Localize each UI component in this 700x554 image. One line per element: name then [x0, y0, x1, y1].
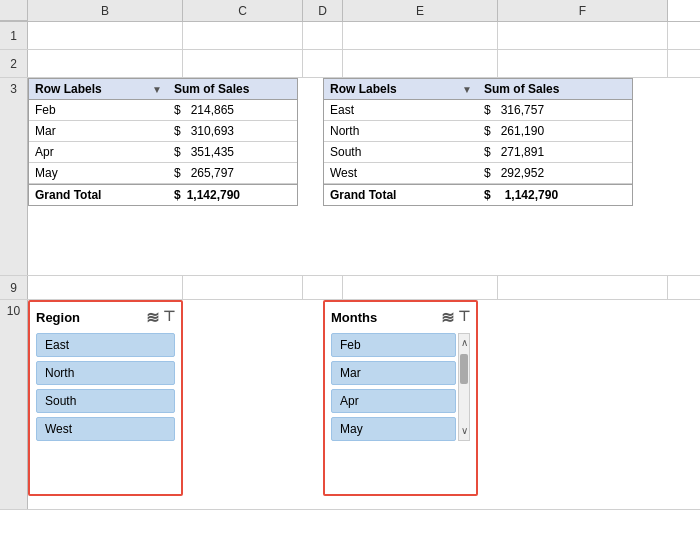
filter-list-icon[interactable]: ≋	[146, 308, 159, 327]
cell-d9	[303, 276, 343, 299]
slicer-months-item-2[interactable]: Apr	[331, 389, 456, 413]
pivot1-total-value: $ 1,142,790	[168, 185, 297, 205]
funnel-icon[interactable]: ⊤	[163, 308, 175, 327]
cell-f1	[498, 22, 668, 49]
slicer-region-icons: ≋ ⊤	[146, 308, 175, 327]
pivot1-label-2: Apr	[29, 142, 168, 162]
slicer-months-item-1[interactable]: Mar	[331, 361, 456, 385]
slicer-months-container: Months ≋ ⊤ Feb Mar Apr May ∧	[323, 300, 478, 496]
cell-c1	[183, 22, 303, 49]
pivot2-value-2: $ 271,891	[478, 142, 632, 162]
row-header-span: 3	[0, 78, 28, 275]
pivot1-label-3: May	[29, 163, 168, 183]
pivot-table-1: Row Labels ▼ Sum of Sales Feb $ 214,865 …	[28, 78, 298, 206]
pivot1-label-1: Mar	[29, 121, 168, 141]
pivot2-row-0: East $ 316,757	[324, 100, 632, 121]
slicer-region-item-3[interactable]: West	[36, 417, 175, 441]
cell-f9	[498, 276, 668, 299]
cell-b2	[28, 50, 183, 77]
row-header-9: 9	[0, 276, 28, 299]
cell-d2	[303, 50, 343, 77]
col-header-f: F	[498, 0, 668, 21]
scroll-thumb[interactable]	[460, 354, 468, 384]
pivot1-row-3: May $ 265,797	[29, 163, 297, 184]
col-header-b: B	[28, 0, 183, 21]
pivot2-label-3: West	[324, 163, 478, 183]
col-header-c: C	[183, 0, 303, 21]
pivot1-row-2: Apr $ 351,435	[29, 142, 297, 163]
slicer-months-header: Months ≋ ⊤	[331, 308, 470, 327]
pivot1-header-label[interactable]: Row Labels ▼	[29, 79, 168, 99]
row-header-2: 2	[0, 50, 28, 77]
cell-e2	[343, 50, 498, 77]
cell-b1	[28, 22, 183, 49]
row-9: 9	[0, 276, 700, 300]
scroll-down-arrow[interactable]: ∨	[461, 424, 468, 438]
pivot2-header-sales: Sum of Sales	[478, 79, 632, 99]
corner-cell	[0, 0, 28, 21]
pivot1-header-sales: Sum of Sales	[168, 79, 297, 99]
slicer-months-title: Months	[331, 310, 377, 325]
pivot-table-2: Row Labels ▼ Sum of Sales East $ 316,757…	[323, 78, 633, 206]
pivot2-row-3: West $ 292,952	[324, 163, 632, 184]
slicer-region-title: Region	[36, 310, 80, 325]
slicer-months-items: Feb Mar Apr May	[331, 333, 456, 441]
slicer-region-items: East North South West	[36, 333, 175, 441]
row-1: 1	[0, 22, 700, 50]
cell-c9	[183, 276, 303, 299]
cell-c2	[183, 50, 303, 77]
pivot2-label-2: South	[324, 142, 478, 162]
pivot1-container: Row Labels ▼ Sum of Sales Feb $ 214,865 …	[28, 78, 183, 206]
pivot1-row-1: Mar $ 310,693	[29, 121, 297, 142]
pivot2-row-2: South $ 271,891	[324, 142, 632, 163]
cell-e9	[343, 276, 498, 299]
slicer-region-item-0[interactable]: East	[36, 333, 175, 357]
pivot1-total-label: Grand Total	[29, 185, 168, 205]
pivot2-value-0: $ 316,757	[478, 100, 632, 120]
slicer-region-container: Region ≋ ⊤ East North South West	[28, 300, 183, 496]
cell-d1	[303, 22, 343, 49]
pivot1-value-2: $ 351,435	[168, 142, 297, 162]
rows-10-15-slicers: 10 Region ≋ ⊤ East North South West	[0, 300, 700, 510]
slicer-region-header: Region ≋ ⊤	[36, 308, 175, 327]
pivot2-label-1: North	[324, 121, 478, 141]
spreadsheet: B C D E F 1 2 3 Row Labels ▼	[0, 0, 700, 554]
slicer-region-item-1[interactable]: North	[36, 361, 175, 385]
pivot2-value-3: $ 292,952	[478, 163, 632, 183]
pivot1-value-0: $ 214,865	[168, 100, 297, 120]
slicer-months-icons: ≋ ⊤	[441, 308, 470, 327]
slicer-months-item-3[interactable]: May	[331, 417, 456, 441]
pivot2-header: Row Labels ▼ Sum of Sales	[324, 79, 632, 100]
slicer-months-item-0[interactable]: Feb	[331, 333, 456, 357]
pivot2-total-value: $ 1,142,790	[478, 185, 632, 205]
pivot1-header: Row Labels ▼ Sum of Sales	[29, 79, 297, 100]
pivot1-total: Grand Total $ 1,142,790	[29, 184, 297, 205]
col-header-e: E	[343, 0, 498, 21]
col-header-d: D	[303, 0, 343, 21]
scroll-up-arrow[interactable]: ∧	[461, 336, 468, 350]
slicer-scrollbar[interactable]: ∧ ∨	[458, 333, 470, 441]
cell-f2	[498, 50, 668, 77]
pivot2-container: Row Labels ▼ Sum of Sales East $ 316,757…	[323, 78, 478, 206]
column-headers: B C D E F	[0, 0, 700, 22]
slicer-region: Region ≋ ⊤ East North South West	[28, 300, 183, 496]
cell-e1	[343, 22, 498, 49]
row-header-10: 10	[0, 300, 28, 509]
pivot1-row-0: Feb $ 214,865	[29, 100, 297, 121]
pivot2-label-0: East	[324, 100, 478, 120]
rows-3-8-pivot: 3 Row Labels ▼ Sum of Sales Feb $ 214,86…	[0, 78, 700, 276]
slicer-months: Months ≋ ⊤ Feb Mar Apr May ∧	[323, 300, 478, 496]
cell-b9	[28, 276, 183, 299]
pivot1-label-0: Feb	[29, 100, 168, 120]
pivot2-total-label: Grand Total	[324, 185, 478, 205]
pivot1-value-3: $ 265,797	[168, 163, 297, 183]
slicer-months-content: Feb Mar Apr May ∧ ∨	[331, 333, 470, 441]
row-header-1: 1	[0, 22, 28, 49]
pivot2-total: Grand Total $ 1,142,790	[324, 184, 632, 205]
slicer-region-item-2[interactable]: South	[36, 389, 175, 413]
months-funnel-icon[interactable]: ⊤	[458, 308, 470, 327]
pivot2-header-label[interactable]: Row Labels ▼	[324, 79, 478, 99]
months-filter-list-icon[interactable]: ≋	[441, 308, 454, 327]
pivot2-row-1: North $ 261,190	[324, 121, 632, 142]
pivot1-value-1: $ 310,693	[168, 121, 297, 141]
